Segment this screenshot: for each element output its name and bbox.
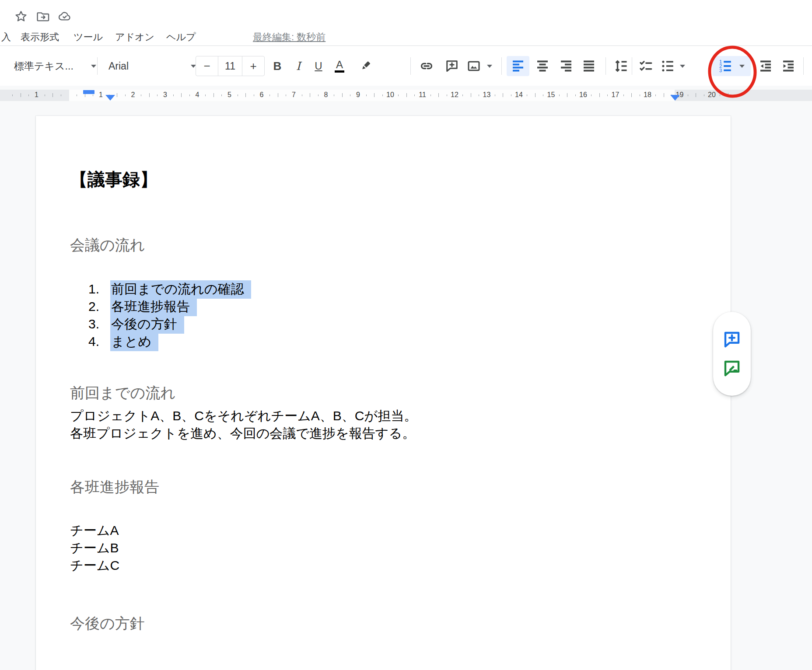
italic-button[interactable]: I bbox=[289, 56, 308, 76]
ruler-tick bbox=[205, 94, 206, 96]
chevron-down-icon bbox=[680, 65, 685, 68]
list-text-selected[interactable]: 今後の方針 bbox=[110, 315, 184, 334]
ruler-tick bbox=[688, 94, 688, 96]
ruler-tick bbox=[21, 93, 21, 97]
decrease-indent-button[interactable] bbox=[755, 56, 776, 76]
ruler-tick bbox=[511, 94, 511, 96]
list-text-selected[interactable]: まとめ bbox=[110, 333, 158, 351]
team-line[interactable]: チームB bbox=[70, 539, 119, 557]
increase-indent-button[interactable] bbox=[778, 56, 799, 76]
toolbar-separator bbox=[410, 57, 411, 75]
align-justify-button[interactable] bbox=[578, 56, 600, 76]
ruler-tick bbox=[366, 94, 367, 96]
add-comment-floating-button[interactable] bbox=[721, 329, 742, 350]
ruler-number: 4 bbox=[196, 91, 200, 99]
ruler-tick bbox=[318, 94, 318, 96]
star-button[interactable] bbox=[14, 10, 28, 24]
heading-previous[interactable]: 前回までの流れ bbox=[70, 383, 175, 403]
doc-title[interactable]: 【議事録】 bbox=[70, 168, 158, 192]
menu-item-insert-partial[interactable]: 入 bbox=[1, 31, 11, 44]
team-line[interactable]: チームA bbox=[70, 522, 119, 539]
list-number: 2. bbox=[88, 298, 99, 315]
align-right-button[interactable] bbox=[555, 56, 578, 76]
ruler-number: 8 bbox=[324, 91, 328, 99]
ruler-tick bbox=[189, 94, 190, 96]
font-size-increase-button[interactable]: + bbox=[242, 56, 264, 76]
numbered-list-dropdown[interactable] bbox=[736, 56, 748, 76]
insert-link-button[interactable] bbox=[416, 56, 438, 76]
font-size-value[interactable]: 11 bbox=[218, 56, 242, 76]
toolbar-separator bbox=[501, 57, 502, 75]
ruler-tick bbox=[430, 94, 431, 96]
highlight-color-button[interactable] bbox=[355, 56, 375, 76]
text-color-swatch bbox=[335, 70, 344, 73]
align-left-icon bbox=[510, 58, 526, 74]
paragraph-line[interactable]: プロジェクトA、B、CをそれぞれチームA、B、Cが担当。 bbox=[70, 407, 417, 425]
list-text-selected[interactable]: 各班進捗報告 bbox=[110, 298, 197, 316]
document-page[interactable]: 【議事録】 会議の流れ 1. 前回までの流れの確認 2. 各班進捗報告 3. 今… bbox=[36, 116, 731, 670]
ruler-number: 2 bbox=[131, 91, 135, 99]
suggest-edits-button[interactable] bbox=[721, 358, 742, 379]
list-text-selected[interactable]: 前回までの流れの確認 bbox=[110, 280, 251, 299]
bulleted-list-button[interactable] bbox=[658, 56, 677, 76]
toolbar-separator bbox=[97, 57, 98, 75]
ruler-number: 6 bbox=[260, 91, 264, 99]
ruler-number: 15 bbox=[547, 91, 555, 99]
numbered-list-button[interactable]: 1 2 3 bbox=[715, 56, 736, 76]
heading-progress[interactable]: 各班進捗報告 bbox=[70, 477, 159, 497]
ruler-tick bbox=[462, 94, 463, 96]
last-edit-link[interactable]: 最終編集: 数秒前 bbox=[253, 31, 326, 44]
menu-item-help[interactable]: ヘルプ bbox=[166, 31, 196, 44]
first-line-indent-marker[interactable] bbox=[83, 90, 94, 94]
ruler-tick bbox=[479, 94, 479, 96]
ruler-tick bbox=[77, 94, 77, 96]
menu-item-format[interactable]: 表示形式 bbox=[21, 31, 59, 44]
align-center-button[interactable] bbox=[531, 56, 554, 76]
left-indent-marker[interactable] bbox=[105, 95, 115, 101]
comment-add-icon bbox=[444, 58, 460, 74]
line-spacing-button[interactable] bbox=[610, 56, 632, 76]
ruler-tick bbox=[286, 94, 286, 96]
move-folder-icon[interactable] bbox=[36, 10, 50, 24]
ruler-number: 11 bbox=[419, 91, 426, 99]
ruler-tick bbox=[93, 94, 93, 96]
ruler-number: 17 bbox=[612, 91, 620, 99]
list-number: 4. bbox=[88, 333, 99, 350]
underline-button[interactable]: U bbox=[309, 56, 328, 76]
ruler-tick bbox=[374, 93, 374, 97]
insert-image-button[interactable] bbox=[464, 56, 484, 76]
line-spacing-icon bbox=[613, 58, 629, 74]
align-left-button[interactable] bbox=[507, 56, 529, 76]
menu-item-tools[interactable]: ツール bbox=[74, 31, 103, 44]
font-size-decrease-button[interactable]: − bbox=[196, 56, 218, 76]
text-color-button[interactable]: A bbox=[330, 56, 349, 76]
ruler-number: 3 bbox=[163, 91, 167, 99]
insert-image-dropdown[interactable] bbox=[484, 56, 495, 76]
ruler-tick bbox=[655, 94, 656, 96]
heading-policy[interactable]: 今後の方針 bbox=[70, 614, 145, 634]
team-line[interactable]: チームC bbox=[70, 557, 119, 574]
ruler-tick bbox=[414, 94, 415, 96]
ruler-number: 20 bbox=[708, 91, 716, 99]
top-chrome: 入 表示形式 ツール アドオン ヘルプ 最終編集: 数秒前 bbox=[0, 0, 812, 46]
bulleted-list-dropdown[interactable] bbox=[677, 56, 688, 76]
bold-button[interactable]: B bbox=[268, 56, 287, 76]
menu-item-addons[interactable]: アドオン bbox=[115, 31, 154, 44]
paragraph-style-value: 標準テキス... bbox=[14, 59, 74, 73]
font-family-select[interactable]: Arial bbox=[104, 56, 200, 76]
ruler-tick bbox=[350, 94, 350, 96]
checklist-button[interactable] bbox=[635, 56, 656, 76]
add-comment-button[interactable] bbox=[441, 56, 463, 76]
ruler-tick bbox=[125, 94, 126, 96]
heading-agenda[interactable]: 会議の流れ bbox=[70, 235, 145, 255]
ruler-number: 1 bbox=[99, 91, 103, 99]
list-number: 1. bbox=[88, 280, 99, 298]
link-icon bbox=[419, 58, 434, 74]
toolbar-separator bbox=[803, 57, 804, 75]
ruler-number: 13 bbox=[483, 91, 491, 99]
paragraph-style-select[interactable]: 標準テキス... bbox=[10, 56, 101, 76]
right-indent-marker[interactable] bbox=[670, 95, 680, 101]
paragraph-line[interactable]: 各班プロジェクトを進め、今回の会議で進捗を報告する。 bbox=[70, 425, 415, 442]
ruler-tick bbox=[720, 94, 720, 96]
document-canvas: 11234567891011121314151617181920 【議事録】 会… bbox=[0, 86, 812, 670]
